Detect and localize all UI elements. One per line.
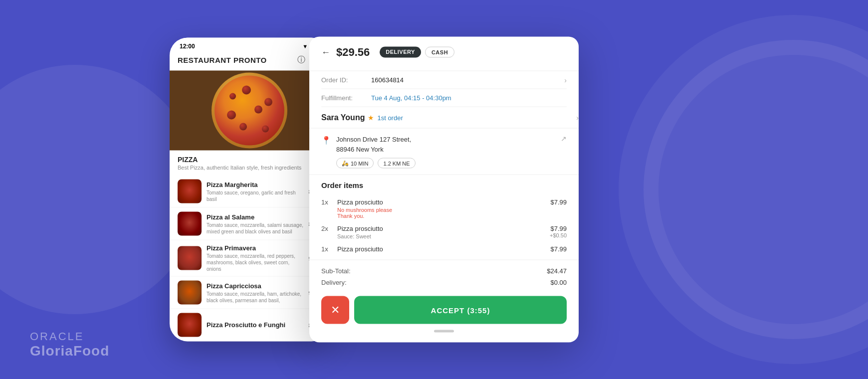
order-total: $29.56 <box>336 46 370 59</box>
restaurant-name: RESTAURANT PRONTO <box>178 56 267 64</box>
distance-label: 1.2 KM NE <box>383 160 410 166</box>
order-qty-1: 1x <box>321 198 333 206</box>
status-bar: 12:00 ▼ ▲ ▪ <box>170 38 329 52</box>
topping-6 <box>239 123 247 131</box>
distance-badges: 🛵 10 MIN 1.2 KM NE <box>336 158 556 169</box>
logo: ORACLE GloriaFood <box>30 330 109 359</box>
menu-item-thumb-4 <box>178 281 202 305</box>
menu-item-info-4: Pizza Capricciosa Tomato sauce, mozzarel… <box>207 282 304 303</box>
delivery-row: Delivery: $0.00 <box>321 277 567 288</box>
info-icon[interactable]: ⓘ <box>297 55 305 65</box>
order-item-addon-2: +$0.50 <box>550 232 567 238</box>
order-line-1: 1x Pizza prosciutto No mushrooms pleaseT… <box>321 195 567 222</box>
order-item-details-1: Pizza prosciutto No mushrooms pleaseThan… <box>337 198 546 219</box>
order-id-chevron[interactable]: › <box>564 76 567 84</box>
order-item-details-3: Pizza prosciutto <box>337 245 546 253</box>
logo-gloriaFood: GloriaFood <box>30 343 109 359</box>
topping-1 <box>242 86 251 95</box>
menu-item-name-4: Pizza Capricciosa <box>207 282 304 289</box>
order-id-row: Order ID: 160634814 › <box>321 71 567 89</box>
pizza-hero-image <box>170 71 329 151</box>
first-order-badge: 1st order <box>377 114 403 121</box>
menu-item-desc-2: Tomato sauce, mozzarella, salami sausage… <box>207 221 304 234</box>
topping-2 <box>264 98 272 106</box>
order-qty-2: 2x <box>321 225 333 232</box>
menu-item-desc-3: Tomato sauce, mozzarella, red peppers, m… <box>207 253 304 272</box>
external-link-icon[interactable]: ↗ <box>561 135 567 143</box>
distance-badge: 1.2 KM NE <box>378 158 415 169</box>
order-meta: Order ID: 160634814 › Fulfillment: Tue 4… <box>309 71 579 107</box>
time: 12:00 <box>180 43 195 50</box>
section-title: PIZZA <box>170 151 329 165</box>
order-id-value: 160634814 <box>371 76 404 84</box>
topping-4 <box>254 106 262 114</box>
order-item-name-1: Pizza prosciutto <box>337 198 546 206</box>
badge-cash[interactable]: CASH <box>425 47 454 58</box>
menu-item-info-2: Pizza al Salame Tomato sauce, mozzarella… <box>207 213 304 234</box>
subtotal-value: $24.47 <box>547 267 567 275</box>
fulfillment-value: Tue 4 Aug, 04:15 - 04:30pm <box>371 94 451 102</box>
menu-item-name-3: Pizza Primavera <box>207 244 304 252</box>
order-item-price-3: $7.99 <box>550 245 567 253</box>
address-street: Johnson Drive 127 Street, <box>336 135 556 145</box>
fulfillment-row: Fulfillment: Tue 4 Aug, 04:15 - 04:30pm <box>321 89 567 107</box>
menu-item-3[interactable]: Pizza Primavera Tomato sauce, mozzarella… <box>170 240 329 277</box>
order-header: ← $29.56 DELIVERY CASH <box>309 37 579 71</box>
phone-header: RESTAURANT PRONTO ⓘ 🛒 <box>170 52 329 71</box>
payment-badges: DELIVERY CASH <box>380 47 454 58</box>
order-line-2: 2x Pizza prosciutto Sauce: Sweet $7.99 +… <box>321 222 567 242</box>
order-totals: Sub-Total: $24.47 Delivery: $0.00 <box>309 260 579 288</box>
badge-delivery[interactable]: DELIVERY <box>380 47 421 58</box>
customer-chevron[interactable]: › <box>576 114 579 122</box>
menu-item-info-3: Pizza Primavera Tomato sauce, mozzarella… <box>207 244 304 272</box>
menu-item-thumb-5 <box>178 313 202 337</box>
customer-name: Sara Young <box>321 113 365 122</box>
subtotal-row: Sub-Total: $24.47 <box>321 265 567 277</box>
menu-item-desc-1: Tomato sauce, oregano, garlic and fresh … <box>207 189 304 202</box>
phone-mockup: 12:00 ▼ ▲ ▪ RESTAURANT PRONTO ⓘ 🛒 PIZZA … <box>170 38 329 342</box>
menu-item-desc-4: Tomato sauce, mozzarella, ham, artichoke… <box>207 290 304 303</box>
order-items-section: Order items 1x Pizza prosciutto No mushr… <box>309 175 579 256</box>
order-item-name-2: Pizza prosciutto <box>337 225 546 232</box>
menu-item-2[interactable]: Pizza al Salame Tomato sauce, mozzarella… <box>170 208 329 240</box>
order-item-name-3: Pizza prosciutto <box>337 245 546 253</box>
order-item-sauce-2: Sauce: Sweet <box>337 233 546 239</box>
order-item-price-2: $7.99 <box>550 225 567 232</box>
menu-item[interactable]: Pizza Margherita Tomato sauce, oregano, … <box>170 176 329 208</box>
address-text: Johnson Drive 127 Street, 88946 New York… <box>336 135 556 169</box>
topping-7 <box>229 93 236 100</box>
logo-oracle: ORACLE <box>30 330 109 343</box>
order-item-note-1: No mushrooms pleaseThank you. <box>337 207 546 219</box>
accept-button[interactable]: ACCEPT (3:55) <box>354 296 567 324</box>
order-items-title: Order items <box>321 181 567 190</box>
order-item-price-1: $7.99 <box>550 198 567 206</box>
wifi-icon: ▼ <box>302 43 308 49</box>
action-buttons: ✕ ACCEPT (3:55) <box>309 288 579 324</box>
menu-item-name-1: Pizza Margherita <box>207 181 304 188</box>
order-panel: ← $29.56 DELIVERY CASH Order ID: 1606348… <box>309 37 579 343</box>
address-row: 📍 Johnson Drive 127 Street, 88946 New Yo… <box>309 129 579 175</box>
time-badge: 🛵 10 MIN <box>336 158 374 169</box>
menu-item-info-5: Pizza Prosciutto e Funghi <box>207 321 304 329</box>
menu-item-name-5: Pizza Prosciutto e Funghi <box>207 321 304 328</box>
menu-item-thumb-3 <box>178 246 202 270</box>
order-line-3: 1x Pizza prosciutto $7.99 <box>321 242 567 256</box>
order-qty-3: 1x <box>321 245 333 253</box>
topping-3 <box>227 111 236 120</box>
order-total-row: ← $29.56 DELIVERY CASH <box>321 46 567 59</box>
pizza-top <box>215 76 284 146</box>
delivery-value: $0.00 <box>550 279 567 286</box>
reject-button[interactable]: ✕ <box>321 296 349 324</box>
time-label: 10 MIN <box>351 160 368 166</box>
subtotal-label: Sub-Total: <box>321 267 351 275</box>
menu-item-thumb-1 <box>178 180 202 203</box>
star-icon: ★ <box>368 114 374 122</box>
scooter-icon: 🛵 <box>342 160 349 167</box>
home-bar <box>434 330 454 333</box>
section-subtitle: Best Pizza, authentic Italian style, fre… <box>170 165 329 176</box>
back-arrow[interactable]: ← <box>321 47 330 57</box>
menu-item-4[interactable]: Pizza Capricciosa Tomato sauce, mozzarel… <box>170 277 329 309</box>
customer-row: Sara Young ★ 1st order › <box>309 107 579 129</box>
menu-item-5[interactable]: Pizza Prosciutto e Funghi 8.00 <box>170 309 329 342</box>
order-item-details-2: Pizza prosciutto Sauce: Sweet <box>337 225 546 239</box>
